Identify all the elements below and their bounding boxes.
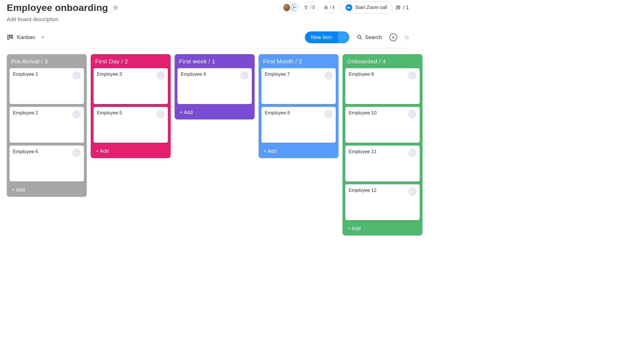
- favorite-star-icon[interactable]: [112, 4, 119, 11]
- svg-rect-4: [348, 7, 350, 8]
- kanban-card[interactable]: Employee 4: [177, 68, 252, 104]
- kanban-card[interactable]: Employee 9: [345, 68, 420, 104]
- plug-icon: [304, 5, 309, 10]
- kanban-column: First Day / 2Employee 3Employee 5+ Add: [91, 54, 171, 158]
- kanban-card[interactable]: Employee 8: [261, 107, 336, 143]
- column-header[interactable]: Pre Arrival / 3: [10, 57, 84, 68]
- card-title: Employee 8: [265, 110, 290, 116]
- zoom-icon: [346, 4, 352, 11]
- board-members-chip[interactable]: [283, 2, 298, 13]
- people-icon: [395, 4, 401, 11]
- new-item-dropdown[interactable]: [339, 31, 349, 43]
- kanban-card[interactable]: Employee 7: [261, 68, 336, 104]
- card-title: Employee 10: [349, 110, 376, 116]
- kanban-card[interactable]: Employee 11: [345, 146, 420, 181]
- invite-chip[interactable]: / 1: [395, 4, 409, 11]
- integrations-chip[interactable]: / 0: [301, 2, 318, 13]
- svg-rect-7: [8, 35, 9, 40]
- assignee-avatar[interactable]: [408, 149, 416, 157]
- kanban-column: First week / 1Employee 4+ Add: [175, 54, 255, 119]
- column-header[interactable]: Onboarded / 4: [345, 57, 420, 68]
- svg-point-10: [357, 35, 360, 38]
- view-label: Kanban: [17, 34, 35, 40]
- assignee-avatar[interactable]: [241, 72, 248, 79]
- board-description[interactable]: Add board description: [7, 16, 409, 22]
- assignee-avatar[interactable]: [73, 72, 81, 79]
- start-zoom-button[interactable]: Start Zoom call: [340, 2, 392, 13]
- add-card-button[interactable]: + Add: [10, 184, 84, 195]
- svg-point-3: [326, 8, 327, 8]
- chevron-down-icon: [41, 35, 45, 39]
- kanban-card[interactable]: Employee 12: [345, 184, 420, 220]
- add-card-button[interactable]: + Add: [93, 146, 168, 156]
- svg-point-5: [397, 6, 398, 7]
- kanban-card[interactable]: Employee 2: [10, 107, 84, 143]
- automations-chip[interactable]: / 4: [321, 2, 337, 13]
- kanban-column: Pre Arrival / 3Employee 1Employee 2Emplo…: [7, 54, 87, 197]
- card-title: Employee 3: [97, 72, 122, 77]
- search-label: Search: [365, 34, 382, 40]
- person-filter-button[interactable]: [389, 31, 398, 43]
- search-icon: [357, 34, 363, 40]
- view-switcher[interactable]: Kanban: [7, 34, 45, 41]
- card-title: Employee 4: [181, 72, 206, 77]
- avatar-icon: [283, 4, 290, 11]
- assignee-avatar[interactable]: [157, 110, 165, 118]
- assignee-avatar[interactable]: [325, 72, 332, 79]
- kanban-column: Onboarded / 4Employee 9Employee 10Employ…: [342, 54, 423, 236]
- kanban-card[interactable]: Employee 3: [93, 68, 168, 104]
- svg-point-12: [405, 36, 408, 39]
- invite-count: / 1: [403, 5, 409, 11]
- svg-point-2: [325, 8, 326, 8]
- column-header[interactable]: First week / 1: [177, 57, 252, 68]
- svg-point-11: [393, 36, 394, 37]
- add-card-button[interactable]: + Add: [261, 146, 336, 156]
- kanban-card[interactable]: Employee 1: [10, 68, 84, 104]
- card-title: Employee 9: [349, 72, 374, 77]
- add-member-icon: [291, 4, 298, 11]
- assignee-avatar[interactable]: [73, 149, 81, 157]
- assignee-avatar[interactable]: [325, 110, 332, 118]
- column-header[interactable]: First Month / 2: [261, 57, 336, 68]
- new-item-label: New Item: [305, 34, 339, 40]
- card-title: Employee 6: [13, 149, 38, 155]
- person-icon: [389, 33, 397, 41]
- card-title: Employee 5: [97, 110, 122, 116]
- kanban-card[interactable]: Employee 10: [345, 107, 420, 143]
- card-title: Employee 1: [13, 72, 38, 77]
- svg-point-6: [399, 6, 400, 8]
- svg-rect-9: [12, 35, 13, 39]
- column-header[interactable]: First Day / 2: [93, 57, 168, 68]
- svg-rect-8: [10, 35, 11, 38]
- new-item-button[interactable]: New Item: [305, 31, 349, 43]
- card-title: Employee 7: [265, 72, 290, 77]
- kanban-board: Pre Arrival / 3Employee 1Employee 2Emplo…: [7, 54, 409, 236]
- zoom-label: Start Zoom call: [355, 5, 387, 10]
- assignee-avatar[interactable]: [408, 110, 416, 118]
- svg-rect-1: [325, 7, 328, 9]
- add-card-button[interactable]: + Add: [177, 107, 252, 117]
- robot-icon: [323, 5, 328, 10]
- assignee-avatar[interactable]: [157, 72, 165, 79]
- assignee-avatar[interactable]: [408, 188, 416, 195]
- integrations-count: / 0: [310, 5, 315, 10]
- search-button[interactable]: Search: [357, 34, 382, 40]
- board-title: Employee onboarding: [7, 2, 108, 13]
- kanban-icon: [7, 34, 13, 41]
- card-title: Employee 11: [349, 149, 376, 155]
- kanban-column: First Month / 2Employee 7Employee 8+ Add: [259, 54, 339, 158]
- card-title: Employee 2: [13, 110, 38, 116]
- kanban-card[interactable]: Employee 6: [10, 146, 84, 181]
- more-toolbar-button[interactable]: [405, 31, 409, 43]
- add-card-button[interactable]: + Add: [345, 223, 420, 233]
- kanban-card[interactable]: Employee 5: [93, 107, 168, 143]
- svg-point-0: [293, 6, 294, 8]
- card-title: Employee 12: [349, 188, 376, 193]
- automations-count: / 4: [330, 5, 335, 10]
- assignee-avatar[interactable]: [73, 110, 81, 118]
- assignee-avatar[interactable]: [408, 72, 416, 79]
